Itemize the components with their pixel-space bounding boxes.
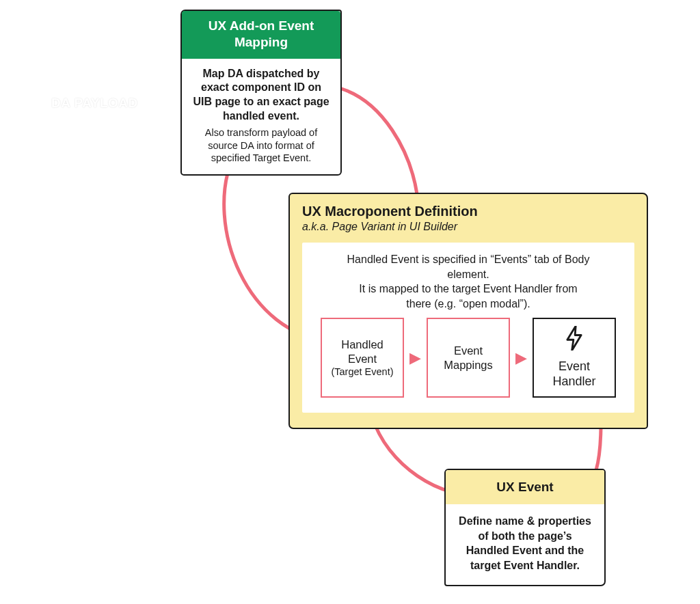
event-handler-label: Event Handler bbox=[541, 359, 608, 389]
macro-description: Handled Event is specified in “Events” t… bbox=[345, 252, 591, 311]
addon-main-text: Map DA dispatched by exact component ID … bbox=[191, 67, 331, 124]
addon-body: Map DA dispatched by exact component ID … bbox=[182, 59, 340, 175]
da-payload-label: DA PAYLOAD bbox=[51, 96, 138, 111]
macro-subtitle: a.k.a. Page Variant in UI Builder bbox=[302, 221, 634, 233]
ux-event-body: Define name & properties of both the pag… bbox=[446, 504, 604, 585]
addon-header: UX Add-on Event Mapping bbox=[182, 11, 340, 59]
event-mappings-label: Event Mappings bbox=[435, 344, 502, 372]
ux-event-header: UX Event bbox=[446, 470, 604, 504]
ux-macroponent-definition: UX Macroponent Definition a.k.a. Page Va… bbox=[288, 193, 648, 429]
handled-event-label: Handled Event bbox=[329, 338, 396, 366]
addon-sub-text: Also transform payload of source DA into… bbox=[191, 126, 331, 165]
event-mappings-box: Event Mappings bbox=[427, 318, 510, 398]
macro-inner: Handled Event is specified in “Events” t… bbox=[302, 243, 634, 413]
handled-event-sub: (Target Event) bbox=[331, 366, 393, 378]
flow-row: Handled Event (Target Event) ▶ Event Map… bbox=[314, 318, 622, 398]
arrow-icon: ▶ bbox=[408, 351, 422, 366]
arrow-icon: ▶ bbox=[514, 351, 528, 366]
ux-addon-event-mapping-card: UX Add-on Event Mapping Map DA dispatche… bbox=[180, 10, 342, 176]
macro-title: UX Macroponent Definition bbox=[302, 204, 634, 219]
handled-event-box: Handled Event (Target Event) bbox=[321, 318, 404, 398]
ux-event-card: UX Event Define name & properties of bot… bbox=[444, 469, 606, 586]
event-handler-box: Event Handler bbox=[533, 318, 616, 398]
bolt-icon bbox=[565, 326, 584, 355]
